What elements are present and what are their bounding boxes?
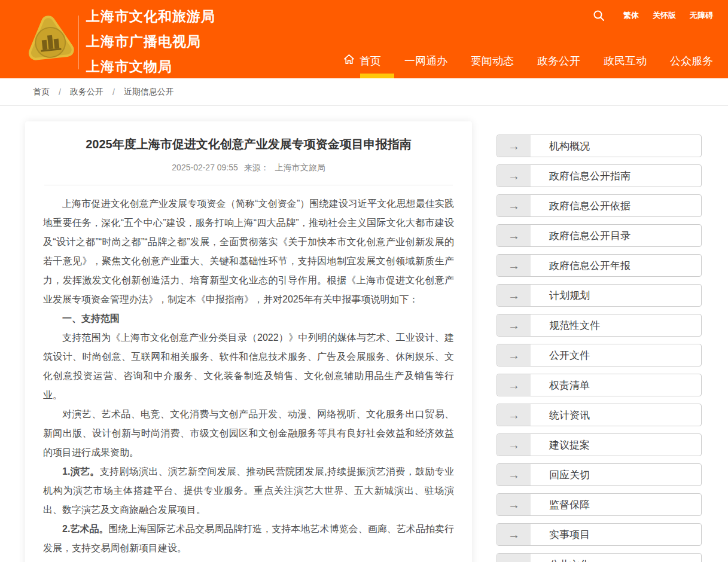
sidebar-item-info-disclosure-annual-report[interactable]: → 政府信息公开年报 — [496, 254, 702, 277]
article-paragraph: 1.演艺。支持剧场演出、演艺新空间发展、推动民营院团发展,持续提振演艺消费，鼓励… — [43, 462, 454, 520]
nav-item-label: 政务公开 — [537, 54, 580, 68]
arrow-right-icon: → — [497, 464, 531, 485]
search-icon[interactable] — [593, 10, 605, 22]
sidebar-item-info-disclosure-guide[interactable]: → 政府信息公开指南 — [496, 164, 702, 187]
nav-item-news[interactable]: 要闻动态 — [471, 54, 514, 68]
sidebar-item-responding-concerns[interactable]: → 回应关切 — [496, 463, 702, 486]
article-paragraph: 支持范围为《上海市文化创意产业分类目录（2022）》中列明的媒体与艺术、工业设计… — [43, 328, 454, 405]
sidebar-item-public-documents[interactable]: → 公开文件 — [496, 344, 702, 366]
sidebar-item-public-culture[interactable]: → 公共文化 — [496, 553, 702, 562]
arrow-right-icon: → — [497, 285, 531, 306]
arrow-right-icon: → — [497, 434, 531, 456]
nav-item-interaction[interactable]: 政民互动 — [604, 54, 647, 68]
agency-name-3: 上海市文物局 — [86, 58, 215, 76]
sidebar-item-org-overview[interactable]: → 机构概况 — [496, 135, 702, 157]
main-nav: 首页 一网通办 要闻动态 政务公开 政民互动 公众服务 — [343, 54, 713, 68]
article-source-label: 来源： — [244, 163, 269, 172]
home-icon — [343, 54, 355, 68]
care-version-link[interactable]: 关怀版 — [653, 10, 676, 21]
active-nav-underline — [360, 74, 394, 78]
sidebar-item-proposals[interactable]: → 建议提案 — [496, 433, 702, 456]
article-meta: 2025-02-27 09:55 来源： 上海市文旅局 — [43, 163, 454, 173]
article-divider — [44, 185, 453, 185]
breadcrumb-recent-info[interactable]: 近期信息公开 — [124, 87, 174, 97]
sidebar-item-statistics[interactable]: → 统计资讯 — [496, 404, 702, 426]
nav-item-home[interactable]: 首页 — [343, 54, 381, 68]
article-date: 2025-02-27 09:55 — [172, 163, 238, 172]
article-paragraph: 3.电竞。支持在本市举办的具有行业影响力的大型电竞品牌活动、运营良好的电竞场馆、… — [43, 558, 454, 562]
arrow-right-icon: → — [497, 404, 531, 426]
header-divider — [78, 16, 79, 69]
page: 上海市文化和旅游局 上海市广播电视局 上海市文物局 繁体 关怀版 无障碍 — [0, 0, 728, 562]
sidebar-item-practical-projects[interactable]: → 实事项目 — [496, 523, 702, 546]
arrow-right-icon: → — [497, 314, 531, 336]
agency-name-1: 上海市文化和旅游局 — [86, 8, 215, 26]
arrow-right-icon: → — [497, 165, 531, 187]
arrow-right-icon: → — [497, 225, 531, 246]
utility-bar: 繁体 关怀版 无障碍 — [593, 10, 713, 22]
breadcrumb-separator: / — [112, 87, 115, 97]
nav-item-one-stop-service[interactable]: 一网通办 — [404, 54, 447, 68]
article-paragraph: 上海市促进文化创意产业发展专项资金（简称“文创资金”）围绕建设习近平文化思想最佳… — [43, 194, 454, 309]
nav-item-public-service[interactable]: 公众服务 — [670, 54, 713, 68]
sidebar-item-supervision[interactable]: → 监督保障 — [496, 493, 702, 516]
arrow-right-icon: → — [497, 554, 531, 562]
article-title: 2025年度上海市促进文化创意产业发展专项资金项目申报指南 — [43, 136, 454, 152]
article-paragraph: 对演艺、艺术品、电竞、文化消费与文创产品开发、动漫、网络视听、文化服务出口贸易、… — [43, 405, 454, 462]
agency-names: 上海市文化和旅游局 上海市广播电视局 上海市文物局 — [86, 8, 215, 76]
nav-item-label: 要闻动态 — [471, 54, 514, 68]
sidebar-item-responsibility-list[interactable]: → 权责清单 — [496, 374, 702, 396]
sidebar-item-info-disclosure-basis[interactable]: → 政府信息公开依据 — [496, 194, 702, 217]
arrow-right-icon: → — [497, 524, 531, 545]
sidebar-item-normative-documents[interactable]: → 规范性文件 — [496, 314, 702, 337]
nav-item-label: 政民互动 — [604, 54, 647, 68]
arrow-right-icon: → — [497, 255, 531, 276]
arrow-right-icon: → — [497, 494, 531, 515]
nav-item-label: 一网通办 — [404, 54, 447, 68]
traditional-chinese-link[interactable]: 繁体 — [623, 10, 639, 21]
sidebar-item-info-disclosure-catalog[interactable]: → 政府信息公开目录 — [496, 224, 702, 247]
arrow-right-icon: → — [497, 344, 531, 366]
breadcrumb-gov-affairs[interactable]: 政务公开 — [70, 87, 103, 97]
arrow-right-icon: → — [497, 195, 531, 216]
site-header: 上海市文化和旅游局 上海市广播电视局 上海市文物局 繁体 关怀版 无障碍 — [0, 0, 728, 78]
breadcrumb-home[interactable]: 首页 — [33, 87, 50, 97]
logo-seal-icon — [26, 8, 74, 69]
agency-logo — [26, 8, 74, 69]
article-section-heading: 一、支持范围 — [43, 309, 454, 328]
arrow-right-icon: → — [497, 135, 531, 157]
agency-name-2: 上海市广播电视局 — [86, 33, 215, 51]
breadcrumb-separator: / — [59, 87, 61, 97]
article-body: 上海市促进文化创意产业发展专项资金（简称“文创资金”）围绕建设习近平文化思想最佳… — [43, 194, 454, 562]
arrow-right-icon: → — [497, 374, 531, 396]
breadcrumb: 首页 / 政务公开 / 近期信息公开 — [0, 78, 728, 106]
sidebar-item-plans[interactable]: → 计划规划 — [496, 284, 702, 307]
nav-item-gov-affairs[interactable]: 政务公开 — [537, 54, 580, 68]
article-panel: 2025年度上海市促进文化创意产业发展专项资金项目申报指南 2025-02-27… — [25, 121, 472, 562]
accessibility-link[interactable]: 无障碍 — [690, 10, 713, 21]
sidebar-nav: → 机构概况 → 政府信息公开指南 → 政府信息公开依据 → 政府信息公开目录 … — [496, 121, 702, 562]
article-paragraph: 2.艺术品。围绕上海国际艺术品交易周品牌打造，支持本地艺术博览会、画廊、艺术品拍… — [43, 520, 454, 558]
nav-item-label: 公众服务 — [670, 54, 713, 68]
article-source: 上海市文旅局 — [275, 163, 325, 172]
content-area: 2025年度上海市促进文化创意产业发展专项资金项目申报指南 2025-02-27… — [0, 106, 728, 562]
nav-item-label: 首页 — [360, 54, 381, 68]
